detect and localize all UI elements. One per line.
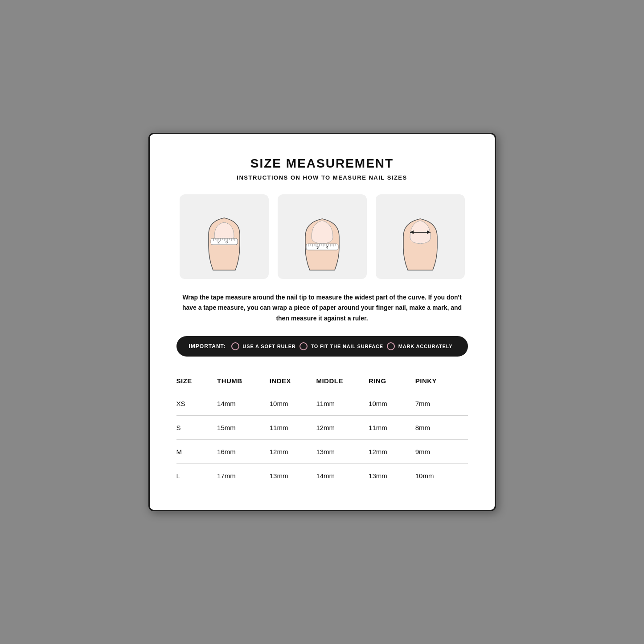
cell-pinky: 9mm [415, 439, 468, 464]
description-text: Wrap the tape measure around the nail ti… [176, 292, 468, 323]
col-header-index: INDEX [270, 373, 316, 392]
cell-middle: 13mm [316, 439, 369, 464]
table-row: L 17mm 13mm 14mm 13mm 10mm [176, 464, 468, 488]
cell-pinky: 8mm [415, 415, 468, 439]
cell-index: 13mm [270, 464, 316, 488]
cell-index: 12mm [270, 439, 316, 464]
nail-illustration-2: 3 4 [278, 194, 367, 279]
tip-1: USE A SOFT RULER [243, 344, 296, 349]
cell-size: L [176, 464, 217, 488]
nail-illustration-1: 2 3 [180, 194, 269, 279]
circle-icon-3 [387, 342, 395, 350]
tip-2: TO FIT THE NAIL SURFACE [311, 344, 383, 349]
svg-text:4: 4 [326, 245, 328, 250]
cell-thumb: 17mm [217, 464, 270, 488]
page-subtitle: INSTRUCTIONS ON HOW TO MEASURE NAIL SIZE… [176, 174, 468, 181]
cell-thumb: 15mm [217, 415, 270, 439]
cell-middle: 12mm [316, 415, 369, 439]
col-header-size: SIZE [176, 373, 217, 392]
cell-middle: 11mm [316, 392, 369, 416]
cell-index: 10mm [270, 392, 316, 416]
page-container: SIZE MEASUREMENT INSTRUCTIONS ON HOW TO … [148, 133, 496, 511]
cell-size: S [176, 415, 217, 439]
cell-size: M [176, 439, 217, 464]
table-row: S 15mm 11mm 12mm 11mm 8mm [176, 415, 468, 439]
col-header-ring: RING [369, 373, 415, 392]
svg-text:2: 2 [217, 240, 220, 244]
nail-illustrations: 2 3 [176, 194, 468, 279]
circle-icon-1 [231, 342, 239, 350]
col-header-middle: MIDDLE [316, 373, 369, 392]
table-row: M 16mm 12mm 13mm 12mm 9mm [176, 439, 468, 464]
cell-index: 11mm [270, 415, 316, 439]
svg-text:3: 3 [316, 245, 319, 250]
cell-pinky: 10mm [415, 464, 468, 488]
important-bar: IMPORTANT: USE A SOFT RULER TO FIT THE N… [176, 336, 468, 357]
cell-thumb: 14mm [217, 392, 270, 416]
cell-thumb: 16mm [217, 439, 270, 464]
cell-ring: 10mm [369, 392, 415, 416]
circle-icon-2 [299, 342, 308, 350]
cell-size: XS [176, 392, 217, 416]
svg-rect-16 [306, 244, 338, 250]
cell-middle: 14mm [316, 464, 369, 488]
table-header-row: SIZE THUMB INDEX MIDDLE RING PINKY [176, 373, 468, 392]
table-row: XS 14mm 10mm 11mm 10mm 7mm [176, 392, 468, 416]
size-table: SIZE THUMB INDEX MIDDLE RING PINKY XS 14… [176, 373, 468, 488]
cell-ring: 12mm [369, 439, 415, 464]
cell-ring: 11mm [369, 415, 415, 439]
tip-3: MARK ACCURATELY [398, 344, 453, 349]
svg-text:3: 3 [226, 240, 228, 244]
cell-pinky: 7mm [415, 392, 468, 416]
nail-illustration-3 [376, 194, 465, 279]
cell-ring: 13mm [369, 464, 415, 488]
col-header-pinky: PINKY [415, 373, 468, 392]
important-label: IMPORTANT: [189, 343, 226, 349]
page-title: SIZE MEASUREMENT [176, 156, 468, 171]
col-header-thumb: THUMB [217, 373, 270, 392]
